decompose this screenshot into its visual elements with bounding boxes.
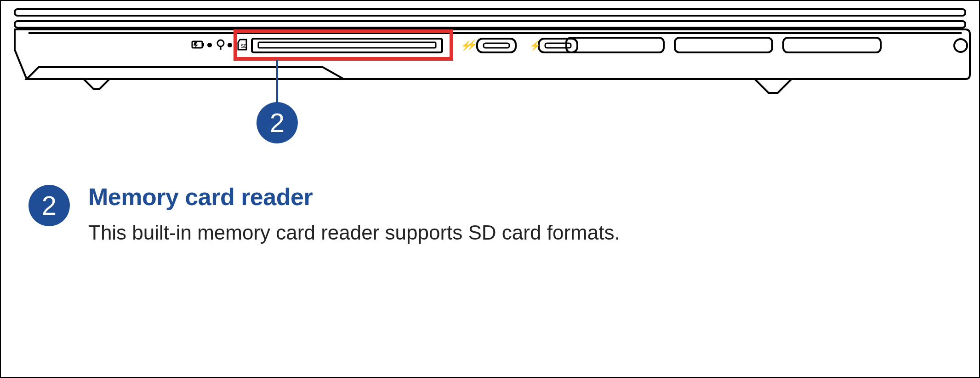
- svg-point-19: [207, 43, 212, 47]
- svg-rect-0: [15, 9, 965, 16]
- legend-number-2: 2: [28, 185, 70, 226]
- svg-rect-18: [202, 43, 204, 46]
- svg-point-2: [954, 39, 967, 52]
- laptop-side-svg: ⚡ ⚡ ⚡ SD: [1, 1, 980, 157]
- diagram-callout-2: 2: [256, 102, 298, 143]
- laptop-side-illustration: ⚡ ⚡ ⚡ SD: [1, 1, 980, 157]
- legend-row-2: 2 Memory card reader This built-in memor…: [28, 183, 952, 246]
- svg-rect-1: [15, 21, 965, 28]
- svg-text:SD: SD: [241, 44, 247, 49]
- legend-description: This built-in memory card reader support…: [88, 219, 952, 246]
- legend: 2 Memory card reader This built-in memor…: [28, 183, 952, 246]
- callout-leader-line: [276, 60, 278, 104]
- svg-text:⚡: ⚡: [461, 40, 472, 51]
- svg-text:⚡: ⚡: [530, 40, 541, 51]
- svg-point-22: [228, 43, 232, 47]
- page-frame: ⚡ ⚡ ⚡ SD: [0, 0, 980, 378]
- legend-body: Memory card reader This built-in memory …: [88, 183, 952, 246]
- legend-title: Memory card reader: [88, 183, 952, 211]
